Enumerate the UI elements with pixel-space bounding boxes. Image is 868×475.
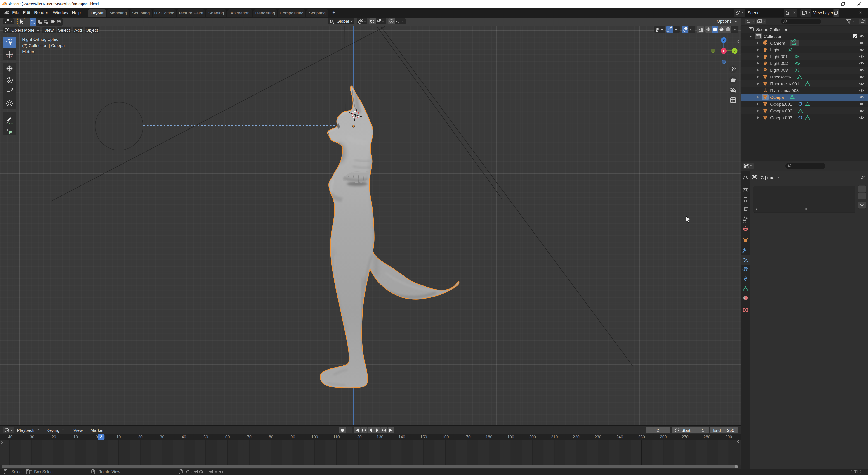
svg-text:90: 90 bbox=[291, 435, 295, 439]
svg-text:30: 30 bbox=[160, 435, 164, 439]
svg-text:1: 1 bbox=[702, 428, 704, 433]
svg-text:Плоскость.001: Плоскость.001 bbox=[770, 82, 799, 86]
svg-text:170: 170 bbox=[464, 435, 471, 439]
svg-text:240: 240 bbox=[616, 435, 623, 439]
svg-text:290: 290 bbox=[725, 435, 732, 439]
svg-text:190: 190 bbox=[507, 435, 514, 439]
svg-text:130: 130 bbox=[377, 435, 383, 439]
svg-text:Сфера.002: Сфера.002 bbox=[770, 109, 792, 113]
svg-text:2: 2 bbox=[100, 435, 102, 439]
svg-text:Marker: Marker bbox=[90, 428, 104, 433]
svg-text:Сфера: Сфера bbox=[761, 175, 774, 180]
svg-text:160: 160 bbox=[442, 435, 449, 439]
svg-text:60: 60 bbox=[225, 435, 230, 439]
svg-text:Сфера: Сфера bbox=[770, 95, 784, 100]
svg-text:0: 0 bbox=[96, 435, 98, 439]
svg-text:220: 220 bbox=[573, 435, 580, 439]
svg-text:210: 210 bbox=[551, 435, 558, 439]
svg-text:X: X bbox=[723, 49, 725, 53]
svg-text:-30: -30 bbox=[29, 435, 34, 439]
svg-text:Object Context Menu: Object Context Menu bbox=[186, 470, 224, 474]
svg-text:Light.001: Light.001 bbox=[770, 54, 788, 59]
svg-text:View: View bbox=[73, 428, 83, 433]
svg-text:End: End bbox=[713, 428, 721, 433]
svg-text:Camera: Camera bbox=[770, 41, 785, 46]
svg-text:Playback: Playback bbox=[17, 428, 35, 433]
svg-text:10: 10 bbox=[116, 435, 121, 439]
svg-text:Z: Z bbox=[723, 38, 725, 42]
svg-text:280: 280 bbox=[704, 435, 710, 439]
svg-text:Сфера.003: Сфера.003 bbox=[770, 115, 792, 120]
svg-text:20: 20 bbox=[138, 435, 143, 439]
svg-text:Collection: Collection bbox=[764, 34, 782, 39]
svg-text:Rotate View: Rotate View bbox=[98, 470, 121, 474]
svg-text:260: 260 bbox=[660, 435, 666, 439]
svg-text:Keying: Keying bbox=[46, 428, 59, 433]
svg-text:150: 150 bbox=[420, 435, 427, 439]
svg-text:70: 70 bbox=[247, 435, 252, 439]
svg-text:-10: -10 bbox=[72, 435, 78, 439]
svg-text:Scene Collection: Scene Collection bbox=[756, 27, 788, 32]
svg-text:110: 110 bbox=[333, 435, 340, 439]
svg-text:Light: Light bbox=[770, 48, 780, 52]
svg-text:80: 80 bbox=[269, 435, 273, 439]
svg-text:230: 230 bbox=[594, 435, 601, 439]
svg-text:Пустышка.003: Пустышка.003 bbox=[770, 88, 799, 93]
svg-text:-40: -40 bbox=[6, 435, 12, 439]
svg-text:50: 50 bbox=[204, 435, 208, 439]
svg-text:Select: Select bbox=[11, 470, 23, 474]
svg-text:140: 140 bbox=[399, 435, 405, 439]
svg-text:2: 2 bbox=[657, 428, 659, 433]
svg-text:250: 250 bbox=[638, 435, 645, 439]
svg-text:180: 180 bbox=[486, 435, 492, 439]
svg-text:250: 250 bbox=[727, 428, 734, 433]
svg-text:100: 100 bbox=[311, 435, 318, 439]
svg-text:-20: -20 bbox=[50, 435, 56, 439]
svg-text:Light.003: Light.003 bbox=[770, 68, 788, 72]
svg-text:Box Select: Box Select bbox=[34, 470, 54, 474]
svg-text:120: 120 bbox=[355, 435, 362, 439]
svg-text:Сфера.001: Сфера.001 bbox=[770, 102, 792, 107]
svg-text:40: 40 bbox=[182, 435, 186, 439]
svg-text:Плоскость: Плоскость bbox=[770, 75, 791, 80]
svg-text:200: 200 bbox=[529, 435, 536, 439]
svg-text:270: 270 bbox=[682, 435, 688, 439]
svg-text:Light.002: Light.002 bbox=[770, 61, 788, 66]
svg-text:2.91.2: 2.91.2 bbox=[850, 470, 862, 474]
svg-text:Y: Y bbox=[734, 49, 736, 53]
svg-text:Start: Start bbox=[681, 428, 690, 433]
